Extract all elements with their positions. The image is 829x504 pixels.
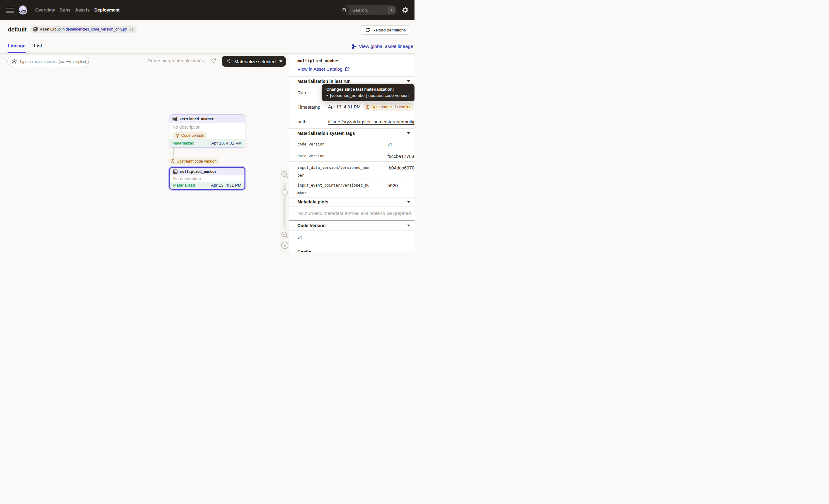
asset-node-header: multiplied_number xyxy=(170,168,245,175)
zoom-out-icon[interactable] xyxy=(281,231,289,239)
timestamp-row: Timestamp Apr 13, 4:31 PM xyxy=(289,99,414,115)
section-code-version[interactable]: Code Version xyxy=(289,221,414,231)
code-version-tag[interactable]: Code version xyxy=(173,132,207,140)
lineage-edge xyxy=(173,148,174,157)
asset-detail-sidebar: multiplied_number View in Asset Catalog … xyxy=(289,53,414,252)
search-box[interactable]: / xyxy=(339,5,396,15)
sparkles-icon xyxy=(225,58,231,65)
external-link-icon xyxy=(345,67,350,71)
lineage-icon xyxy=(352,44,357,49)
refresh-icon[interactable] xyxy=(129,27,133,32)
chevron-down-icon xyxy=(407,201,410,203)
code-version-sync-icon xyxy=(365,105,370,109)
asset-subset-input[interactable] xyxy=(19,59,89,64)
zoom-controls: »»»» xyxy=(280,169,289,252)
nav-item-deployment[interactable]: Deployment xyxy=(94,7,119,12)
reload-definitions-button[interactable]: Reload definitions xyxy=(361,25,410,35)
asset-node-status-bar: Materialized Apr 13, 4:31 PM xyxy=(170,139,245,147)
materialized-timestamp: Apr 13, 4:31 PM xyxy=(211,141,242,145)
asset-group-icon xyxy=(33,27,38,32)
code-version-value: v1 xyxy=(289,231,414,247)
system-tag-row: input_data_version/versioned_number fb04… xyxy=(289,162,414,180)
edge-upstream-code-version-tag[interactable]: Upstream code version xyxy=(168,157,220,165)
refreshing-status: Refreshing materializations... xyxy=(148,58,216,63)
zoom-slider[interactable]: »»»» xyxy=(283,183,286,228)
view-in-asset-catalog-link[interactable]: View in Asset Catalog xyxy=(297,66,414,72)
nav-right: / xyxy=(339,5,408,15)
primary-nav: Overview Runs Assets Deployment xyxy=(35,7,119,12)
search-icon xyxy=(339,5,349,15)
section-metadata-plots[interactable]: Metadata plots xyxy=(289,197,414,207)
code-version-sync-icon xyxy=(170,159,175,164)
search-shortcut-badge: / xyxy=(388,6,395,13)
materialize-dropdown-toggle[interactable] xyxy=(276,61,286,62)
reload-icon xyxy=(365,28,370,32)
download-view-icon[interactable] xyxy=(281,242,289,249)
sidebar-asset-name: multiplied_number xyxy=(297,58,414,64)
chevron-down-icon xyxy=(407,225,410,226)
table-icon xyxy=(173,170,178,174)
code-version-sync-icon xyxy=(175,133,180,138)
nav-item-runs[interactable]: Runs xyxy=(60,7,70,12)
materialize-selected-button[interactable]: Materialize selected xyxy=(222,56,286,67)
dagster-logo-icon[interactable] xyxy=(18,5,28,15)
system-tag-row: data_version f6ccba177638b2e04d5a97c13f6… xyxy=(289,150,414,162)
nav-item-assets[interactable]: Assets xyxy=(75,7,90,12)
nav-item-overview[interactable]: Overview xyxy=(35,7,55,12)
metadata-plots-empty-message: No numeric metadata entries available to… xyxy=(289,207,414,220)
asset-node-status-bar: Materialized Apr 13, 4:31 PM xyxy=(170,182,245,189)
chip-text: Asset Group in dependencies_code_version… xyxy=(40,27,127,32)
lineage-canvas[interactable]: Refreshing materializations... Materiali… xyxy=(0,53,289,252)
section-materialization-system-tags[interactable]: Materialization system tags xyxy=(289,129,414,138)
code-file-link[interactable]: dependencies_code_version_only.py xyxy=(66,27,127,32)
asset-subset-filter[interactable] xyxy=(7,56,89,67)
changes-tooltip: Changes since last materialization: [ver… xyxy=(322,84,414,101)
asset-node-versioned-number[interactable]: versioned_number No description Code ver… xyxy=(169,114,245,148)
materialized-status: Materialized xyxy=(173,141,194,145)
top-nav: Overview Runs Assets Deployment / xyxy=(0,0,414,20)
tab-list[interactable]: List xyxy=(34,43,42,53)
materialized-timestamp: Apr 13, 4:31 PM xyxy=(211,183,241,187)
menu-icon[interactable] xyxy=(6,8,14,12)
asset-graph-filter-icon xyxy=(11,59,17,64)
path-row: path /Users/sryza/dagster_home/storage/m… xyxy=(289,115,414,129)
chevron-down-icon xyxy=(407,132,410,134)
zoom-slider-handle[interactable] xyxy=(282,189,288,195)
system-tag-row: code_version v1 xyxy=(289,138,414,150)
main-content: Refreshing materializations... Materiali… xyxy=(0,53,414,252)
asset-group-chip: Asset Group in dependencies_code_version… xyxy=(30,26,136,33)
asset-node-multiplied-number[interactable]: multiplied_number No description Materia… xyxy=(169,167,245,190)
asset-node-description: No description xyxy=(170,124,245,130)
asset-node-description: No description xyxy=(170,176,245,181)
search-input[interactable] xyxy=(352,7,386,13)
system-tag-row: input_event_pointer/versioned_number 592… xyxy=(289,179,414,197)
path-link[interactable]: /Users/sryza/dagster_home/storage/multip… xyxy=(328,119,414,124)
table-icon xyxy=(173,117,177,121)
materialized-status: Materialized xyxy=(173,183,195,187)
chevron-down-icon xyxy=(407,80,410,82)
settings-gear-icon[interactable] xyxy=(402,7,408,13)
tab-lineage[interactable]: Lineage xyxy=(8,43,26,53)
asset-node-header: versioned_number xyxy=(170,115,245,123)
page-header: default Asset Group in dependencies_code… xyxy=(0,20,414,53)
section-config[interactable]: Config xyxy=(289,247,414,252)
view-global-asset-lineage-link[interactable]: View global asset lineage xyxy=(352,44,413,49)
zoom-in-icon[interactable] xyxy=(281,170,289,179)
timestamp-value: Apr 13, 4:31 PM xyxy=(328,104,361,109)
view-tabs: Lineage List xyxy=(8,43,42,53)
refresh-icon[interactable] xyxy=(211,58,216,63)
chevron-down-icon xyxy=(279,61,283,62)
page-title: default xyxy=(8,26,27,33)
upstream-code-version-tag[interactable]: Upstream code version xyxy=(363,103,414,111)
